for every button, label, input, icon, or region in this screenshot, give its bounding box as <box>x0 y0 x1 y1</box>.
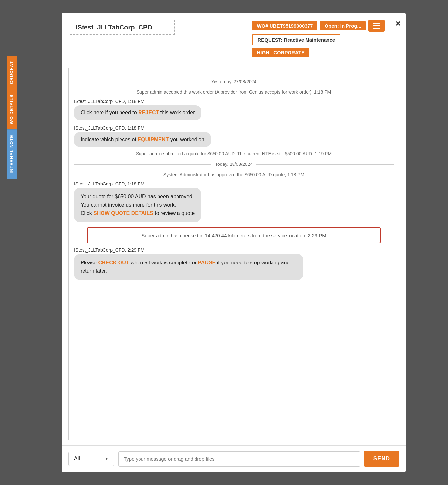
message-input[interactable] <box>118 451 360 467</box>
divider-line-today-left <box>74 164 211 165</box>
bubble-equip-text-after: you worked on <box>169 137 204 142</box>
chat-bubble-equipment[interactable]: Indicate which pieces of EQUIPMENT you w… <box>74 132 211 147</box>
msg-sender-3: IStest_JLLTabCorp_CPD, 1:18 PM <box>74 181 394 186</box>
msg-sender-2: IStest_JLLTabCorp_CPD, 1:18 PM <box>74 126 394 131</box>
bubble-checkout-highlight: CHECK OUT <box>98 260 129 265</box>
sidebar-item-wo-details[interactable]: WO DETAILS <box>7 89 17 129</box>
bubble-checkout-text-before: Please <box>81 260 98 265</box>
date-yesterday-label: Yesterday, 27/08/2024 <box>211 79 257 84</box>
request-badge-row: REQUEST: Reactive Maintenance <box>252 34 340 45</box>
send-button[interactable]: SEND <box>364 451 399 467</box>
bubble-equip-highlight: EQUIPMENT <box>138 137 169 142</box>
date-divider-yesterday: Yesterday, 27/08/2024 <box>74 79 394 84</box>
modal-header: IStest_JLLTabCorp_CPD WO# UBET9519900037… <box>62 13 406 63</box>
system-msg-checkin-text: Super admin has checked in 14,420.44 kil… <box>141 233 326 238</box>
msg-sender-1: IStest_JLLTabCorp_CPD, 1:18 PM <box>74 99 394 104</box>
wo-badges-row: WO# UBET95199000377 Open: In Prog... <box>252 20 385 32</box>
sidebar-item-cruchat[interactable]: CRUCHAT <box>7 56 17 89</box>
header-right: WO# UBET95199000377 Open: In Prog... REQ… <box>252 20 385 57</box>
system-msg-checkin-bordered: Super admin has checked in 14,420.44 kil… <box>87 227 381 243</box>
priority-badge-row: HIGH - CORPORATE <box>252 48 309 57</box>
divider-line-today-right <box>256 164 394 165</box>
date-today-label: Today, 28/08/2024 <box>215 162 252 167</box>
bubble-checkout-text-mid: when all work is complete or <box>129 260 198 265</box>
side-tabs-container: CRUCHAT WO DETAILS INTERNAL NOTE <box>7 56 17 179</box>
company-name: IStest_JLLTabCorp_CPD <box>70 20 175 35</box>
filter-select[interactable]: All ▼ <box>68 452 114 466</box>
divider-line-left <box>74 82 207 82</box>
chat-area[interactable]: Yesterday, 27/08/2024 Super admin accept… <box>68 68 399 440</box>
main-modal: IStest_JLLTabCorp_CPD WO# UBET9519900037… <box>62 13 406 472</box>
msg-sender-4: IStest_JLLTabCorp_CPD, 2:29 PM <box>74 247 394 253</box>
chat-bubble-checkout[interactable]: Please CHECK OUT when all work is comple… <box>74 254 303 280</box>
bubble-show-quote-highlight: SHOW QUOTE DETAILS <box>93 210 153 216</box>
system-msg-quote-submitted: Super admin submitted a quote for $650.0… <box>74 151 394 156</box>
bubble-equip-text-before: Indicate which pieces of <box>81 137 138 142</box>
header-left: IStest_JLLTabCorp_CPD <box>70 20 252 35</box>
date-divider-today: Today, 28/08/2024 <box>74 162 394 167</box>
priority-badge: HIGH - CORPORATE <box>252 48 309 57</box>
bottom-bar: All ▼ SEND <box>62 445 406 472</box>
chat-bubble-quote-approved[interactable]: Your quote for $650.00 AUD has been appr… <box>74 188 201 222</box>
filter-select-value: All <box>74 456 80 462</box>
bubble-pause-highlight: PAUSE <box>198 260 215 265</box>
divider-line-right <box>260 82 394 82</box>
bubble-quote-line2: to review a quote <box>153 210 195 216</box>
bubble-reject-text-after: this work order <box>159 110 195 115</box>
menu-icon-line2 <box>373 25 380 26</box>
chevron-down-icon: ▼ <box>105 456 109 461</box>
wo-number-badge: WO# UBET95199000377 <box>252 21 317 30</box>
system-msg-quote-approved: System Administrator has approved the $6… <box>74 172 394 177</box>
close-button[interactable]: × <box>396 18 401 29</box>
system-msg-accepted: Super admin accepted this work order (A … <box>74 89 394 95</box>
menu-icon-line3 <box>373 28 380 29</box>
menu-button[interactable] <box>368 20 385 32</box>
menu-icon-line1 <box>373 23 380 24</box>
bubble-reject-text-before: Click here if you need to <box>81 110 138 115</box>
status-badge: Open: In Prog... <box>320 21 366 30</box>
modal-overlay: CRUCHAT WO DETAILS INTERNAL NOTE IStest_… <box>7 7 441 485</box>
chat-bubble-reject[interactable]: Click here if you need to REJECT this wo… <box>74 105 201 120</box>
sidebar-item-internal-note[interactable]: INTERNAL NOTE <box>7 129 17 179</box>
request-type-badge: REQUEST: Reactive Maintenance <box>252 34 340 45</box>
bubble-reject-highlight: REJECT <box>138 110 159 115</box>
